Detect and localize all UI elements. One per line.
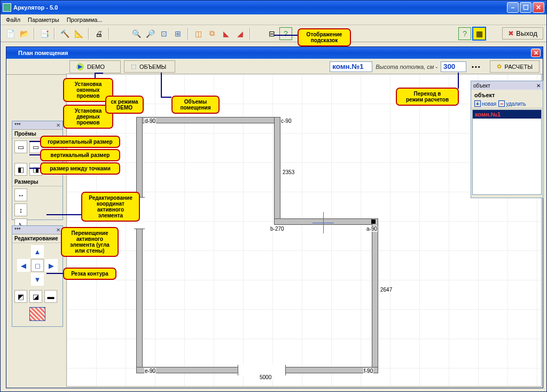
- door-opening-tool[interactable]: ◧: [14, 163, 27, 176]
- plan-title: План помещения: [18, 50, 68, 56]
- plan-icon: [9, 49, 16, 57]
- editing-panel: ***✕ Редактирование ▲ ◀ ◻ ▶ ▼ ◩ ◪ ▬: [12, 225, 63, 327]
- minimize-button[interactable]: –: [507, 2, 519, 13]
- ceiling-height-input[interactable]: [441, 61, 466, 72]
- menu-params[interactable]: Параметры: [25, 15, 62, 24]
- tb-zoomfit-icon[interactable]: ⊡: [158, 27, 170, 40]
- callout-dim-pts: размер между точками: [40, 162, 120, 175]
- tb-help2-icon[interactable]: ?: [458, 27, 471, 40]
- menu-file[interactable]: Файл: [3, 15, 24, 24]
- wall-tool[interactable]: ▬: [44, 290, 57, 303]
- plan-toolbar: ▶ DEMO ⬚ ОБЪЕМЫ Высота потолка, см - •••…: [6, 59, 543, 75]
- move-down-tool[interactable]: ▼: [31, 273, 44, 286]
- tb-zoomout-icon[interactable]: 🔎: [144, 27, 157, 40]
- tb-zoomwin-icon[interactable]: ⊞: [171, 27, 184, 40]
- move-left-tool[interactable]: ◀: [17, 259, 30, 272]
- objects-header: объект: [471, 90, 543, 99]
- wall-left[interactable]: [136, 117, 143, 373]
- menu-program[interactable]: Программа...: [64, 15, 106, 24]
- tb-new-icon[interactable]: 📄: [4, 27, 17, 40]
- node-f: f-90: [363, 368, 373, 374]
- room-id-input[interactable]: [330, 61, 372, 72]
- close-button[interactable]: ✕: [533, 2, 544, 13]
- corner-del-tool[interactable]: ◪: [29, 290, 42, 303]
- dim-left-upper: 2353: [282, 169, 295, 175]
- objects-panel: объект✕ объект +новая –удалить комн.№1: [471, 81, 543, 198]
- cut-contour-tool[interactable]: [29, 307, 45, 321]
- ceiling-height-label: Высота потолка, см -: [376, 64, 437, 70]
- node-d: d-90: [144, 118, 156, 124]
- node-a: a-90: [366, 226, 378, 232]
- tb-rotate-l-icon[interactable]: ◣: [220, 27, 232, 40]
- tb-help-icon[interactable]: ?: [279, 27, 292, 40]
- wall-top-left[interactable]: [136, 117, 280, 123]
- main-toolbar: 📄 📂 📑 🔨 📐 🖨 🔍 🔎 ⊡ ⊞ ◫ ⧉ ◣ ◢ ⊟ ? ? ▦ ✖ Вы…: [1, 25, 546, 42]
- callout-edit-coords: Редактирование координат активного элеме…: [81, 192, 140, 222]
- maximize-button[interactable]: ☐: [520, 2, 532, 13]
- tb-print-icon[interactable]: 🖨: [92, 27, 105, 40]
- tb-scale-icon[interactable]: 📐: [72, 27, 85, 40]
- titlebar: Аркулятор - 5.0 – ☐ ✕: [1, 1, 546, 14]
- dim-width: 5000: [259, 374, 272, 380]
- leader-volumes: [161, 73, 162, 97]
- main-window: Аркулятор - 5.0 – ☐ ✕ Файл Параметры Про…: [0, 0, 547, 392]
- panel-close-icon[interactable]: ✕: [56, 122, 60, 128]
- new-object-button[interactable]: +новая: [474, 100, 496, 107]
- objects-close-icon[interactable]: ✕: [536, 83, 541, 89]
- object-item[interactable]: комн.№1: [473, 110, 541, 119]
- cube-icon: ⬚: [131, 63, 136, 70]
- callout-hints: Отображение подсказок: [298, 28, 351, 46]
- app-title: Аркулятор - 5.0: [13, 4, 58, 11]
- plan-close-button[interactable]: ✕: [531, 49, 541, 57]
- active-handle-icon[interactable]: [371, 219, 376, 224]
- callout-move-active: Перемещение активного элемента (угла или…: [61, 227, 119, 257]
- callout-demo-mode: ск режима DEMO: [105, 96, 144, 114]
- dimensions-header: Размеры: [12, 178, 62, 186]
- tb-copy-icon[interactable]: 📑: [38, 27, 51, 40]
- gear-icon: ✿: [497, 63, 502, 70]
- tb-rotate-r-icon[interactable]: ◢: [233, 27, 246, 40]
- node-c: c-90: [280, 118, 292, 124]
- calculations-button[interactable]: ✿ РАСЧЕТЫ: [490, 60, 540, 73]
- app-icon: [3, 3, 11, 12]
- menubar: Файл Параметры Программа...: [1, 14, 546, 25]
- window-opening-tool[interactable]: ▭: [14, 140, 27, 153]
- move-up-tool[interactable]: ▲: [31, 245, 44, 258]
- crosshair-icon: [312, 212, 334, 233]
- tb-mirror-v-icon[interactable]: ⧉: [206, 27, 218, 40]
- callout-dim-v: вертикальный размер: [40, 149, 120, 161]
- demo-button[interactable]: ▶ DEMO: [69, 60, 121, 73]
- delete-object-button[interactable]: –удалить: [498, 100, 526, 107]
- dim-vertical-tool[interactable]: ↕: [14, 203, 27, 216]
- objects-list[interactable]: комн.№1: [472, 109, 542, 195]
- editing-header: Редактирование: [12, 234, 62, 243]
- node-e: e-90: [144, 368, 156, 374]
- tb-open-icon[interactable]: 📂: [18, 27, 30, 40]
- tb-mirror-h-icon[interactable]: ◫: [192, 27, 205, 40]
- corner-add-tool[interactable]: ◩: [14, 290, 27, 303]
- callout-cut-contour: Резка контура: [63, 268, 116, 280]
- tb-zoomin-icon[interactable]: 🔍: [130, 27, 143, 40]
- leader-hints: [274, 35, 298, 36]
- move-right-tool[interactable]: ▶: [45, 259, 58, 272]
- dim-right-lower: 2647: [380, 287, 393, 293]
- wall-right[interactable]: [372, 218, 378, 373]
- node-b: b-270: [270, 226, 285, 232]
- more-dots[interactable]: •••: [470, 64, 483, 70]
- play-icon: ▶: [76, 63, 84, 70]
- wall-inner-vertical[interactable]: [274, 117, 280, 224]
- callout-to-calc: Переход в режим расчетов: [396, 88, 459, 106]
- tb-options-icon[interactable]: ⊟: [265, 27, 278, 40]
- tb-hammer-icon[interactable]: 🔨: [58, 27, 71, 40]
- tb-calc-icon[interactable]: ▦: [472, 27, 486, 41]
- leader-calc: [458, 73, 459, 89]
- callout-dim-h: горизонтальный размер: [40, 136, 120, 148]
- exit-button[interactable]: ✖ Выход: [502, 27, 543, 40]
- close-icon: ✖: [508, 29, 514, 37]
- opening-bottom[interactable]: [238, 365, 286, 375]
- volumes-button[interactable]: ⬚ ОБЪЕМЫ: [124, 60, 175, 73]
- callout-volumes: Объемы помещения: [171, 96, 220, 114]
- dim-horizontal-tool[interactable]: ↔: [14, 189, 27, 201]
- panel2-close-icon[interactable]: ✕: [56, 227, 60, 233]
- edit-coords-tool[interactable]: ◻: [31, 259, 44, 272]
